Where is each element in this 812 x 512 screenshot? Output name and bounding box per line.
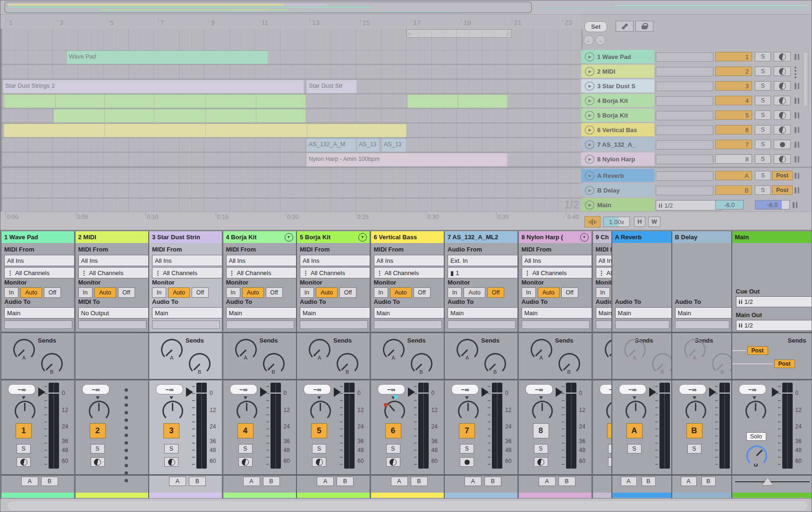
crossfade-a-button[interactable]: A <box>317 477 334 486</box>
track-play-icon[interactable]: ▶ <box>585 67 594 76</box>
monitor-in-button[interactable]: In <box>300 287 314 298</box>
fold-chevron-icon[interactable]: ▼ <box>580 233 589 242</box>
monitor-auto-button[interactable]: Auto <box>316 287 338 298</box>
monitor-in-button[interactable]: In <box>226 287 240 298</box>
solo-button[interactable]: S <box>238 444 253 453</box>
mixer-strip-header[interactable]: 4 Borja Kit▼ <box>223 231 296 243</box>
input-channel-chooser[interactable]: ⋮All Channels▼ <box>4 267 75 278</box>
pan-knob[interactable] <box>458 401 479 421</box>
level-meter[interactable] <box>271 383 281 469</box>
arrangement-lane[interactable]: Star Dust Strings 2Star Dust Str <box>0 79 580 94</box>
pan-knob[interactable] <box>310 401 331 421</box>
output-chooser[interactable]: Main▼ <box>615 307 672 319</box>
peak-level-display[interactable]: −∞ <box>8 384 35 394</box>
track-name-box[interactable]: ▶4 Borja Kit <box>581 94 654 107</box>
mixer-strip-header[interactable]: 9 Ch <box>593 231 611 243</box>
playback-speed-box[interactable]: 1.00x <box>603 217 630 227</box>
crossfade-a-button[interactable]: A <box>169 477 186 486</box>
track-name-box[interactable]: ▶3 Star Dust S <box>581 79 654 92</box>
output-chooser[interactable]: Main▼ <box>300 307 370 319</box>
pan-knob[interactable] <box>384 401 405 421</box>
arrangement-lane[interactable] <box>0 123 580 138</box>
main-output-chooser[interactable]: ii1/2▼ <box>656 200 722 210</box>
track-activator-number[interactable]: 1 <box>715 52 752 61</box>
solo-button[interactable]: S <box>312 444 326 453</box>
track-name-box[interactable]: ▶8 Nylon Harp <box>581 152 654 166</box>
solo-cue-button[interactable]: Solo <box>746 432 766 441</box>
mixer-strip-header[interactable]: B Delay <box>672 231 731 243</box>
input-channel-chooser[interactable]: ⋮All Channels▼ <box>226 267 296 278</box>
pan-knob[interactable] <box>532 401 553 421</box>
output-chooser[interactable]: Main▼ <box>152 307 222 319</box>
arm-button[interactable] <box>17 457 31 467</box>
track-play-icon[interactable]: ▶ <box>585 82 594 91</box>
cue-post-toggle[interactable]: Post <box>747 346 768 355</box>
arm-button[interactable] <box>238 457 253 467</box>
arm-button[interactable] <box>774 154 791 164</box>
solo-button[interactable]: S <box>91 444 105 453</box>
track-play-icon[interactable]: ▶ <box>585 96 594 105</box>
arrangement-lane[interactable] <box>0 65 580 79</box>
crossfade-b-button[interactable]: B <box>702 477 716 486</box>
monitor-in-button[interactable]: In <box>374 287 388 298</box>
audition-mode-button[interactable] <box>584 216 601 227</box>
track-play-icon[interactable]: ▶ <box>585 171 594 180</box>
peak-level-display[interactable]: −∞ <box>600 384 612 394</box>
peak-level-display[interactable]: −∞ <box>230 384 257 394</box>
crossfade-b-button[interactable]: B <box>337 477 354 486</box>
monitor-off-button[interactable]: Off <box>414 287 431 298</box>
track-activator-number[interactable]: 6 <box>715 125 752 134</box>
output-chooser[interactable]: Main▼ <box>596 307 612 319</box>
forward-arrow-button[interactable]: → <box>595 35 606 45</box>
track-name-box[interactable]: ▶7 AS_132_A_ <box>581 138 654 151</box>
solo-button[interactable]: S <box>755 110 771 120</box>
arm-button[interactable] <box>774 81 791 91</box>
track-activator-number[interactable]: 3 <box>163 423 179 438</box>
peak-level-display[interactable]: −∞ <box>525 384 553 394</box>
output-chooser[interactable]: Main▼ <box>226 307 296 319</box>
input-chooser[interactable]: All Ins▼ <box>152 255 222 266</box>
solo-button[interactable]: S <box>755 52 771 61</box>
crossfade-a-button[interactable]: A <box>621 477 637 486</box>
peak-level-display[interactable]: −∞ <box>739 384 766 394</box>
mixer-strip-header[interactable]: 5 Borja Kit▼ <box>297 231 370 243</box>
solo-button[interactable]: S <box>755 140 771 149</box>
output-chooser[interactable]: Main▼ <box>522 307 592 319</box>
arm-button[interactable] <box>608 457 612 467</box>
input-chooser[interactable]: Ext. In▼ <box>448 255 518 266</box>
crossfade-a-button[interactable]: A <box>391 477 408 486</box>
solo-button[interactable]: S <box>755 125 771 134</box>
monitor-off-button[interactable]: Off <box>339 287 356 298</box>
level-meter[interactable] <box>782 383 793 469</box>
pan-knob[interactable] <box>162 401 183 421</box>
send-a-knob[interactable] <box>605 339 612 361</box>
track-name-box[interactable]: ▶A Reverb <box>581 169 654 182</box>
monitor-auto-button[interactable]: Auto <box>390 287 412 298</box>
mixer-strip-header[interactable]: 8 Nylon Harp (▼ <box>519 231 592 243</box>
pan-knob[interactable] <box>606 401 612 421</box>
crossfader-handle[interactable] <box>762 478 773 485</box>
input-channel-chooser[interactable]: ⋮All Channels▼ <box>300 267 370 278</box>
arrangement-lane[interactable]: Wave Pad <box>0 50 580 65</box>
solo-button[interactable]: S <box>627 444 642 453</box>
arm-button[interactable] <box>774 67 791 76</box>
level-meter[interactable] <box>418 383 429 469</box>
solo-button[interactable]: S <box>687 444 702 453</box>
clip[interactable]: Star Dust Str <box>306 80 357 93</box>
peak-level-display[interactable]: −∞ <box>156 384 183 394</box>
solo-button[interactable]: S <box>534 444 548 453</box>
track-play-icon[interactable]: ▶ <box>585 52 594 61</box>
track-activator-number[interactable]: 2 <box>715 67 752 76</box>
level-meter[interactable] <box>344 383 355 469</box>
fold-chevron-icon[interactable]: ▼ <box>285 233 293 242</box>
level-meter[interactable] <box>660 383 670 469</box>
track-activator-number[interactable]: A <box>626 423 643 438</box>
track-play-icon[interactable]: ▶ <box>585 186 594 195</box>
level-meter[interactable] <box>49 383 59 469</box>
track-activator-number[interactable]: 3 <box>715 81 752 91</box>
track-activator-number[interactable]: 7 <box>459 423 475 438</box>
output-chooser[interactable]: Main▼ <box>4 307 75 319</box>
track-activator-number[interactable]: 8 <box>533 423 549 438</box>
return-post-toggle[interactable]: Post <box>774 360 795 368</box>
clip[interactable]: Star Dust Strings 2 <box>3 80 304 93</box>
